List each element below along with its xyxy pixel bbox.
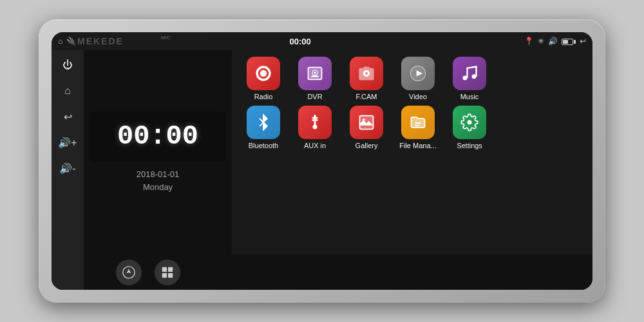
music-label: Music: [460, 93, 479, 100]
video-icon-bg: [401, 57, 435, 90]
day-text: Monday: [137, 181, 180, 194]
svg-rect-22: [162, 267, 167, 271]
app-music[interactable]: Music: [448, 57, 491, 100]
app-settings[interactable]: Settings: [448, 106, 491, 149]
app-radio[interactable]: Radio: [242, 57, 285, 100]
app-video[interactable]: Video: [396, 57, 440, 100]
gallery-icon-bg: [350, 106, 383, 139]
clock-widget: 00:00 2018-01-01 Monday: [84, 50, 232, 254]
status-left: ⌂ 🔌: [58, 37, 76, 46]
date-info: 2018-01-01 Monday: [137, 168, 180, 193]
center-content: 00:00 2018-01-01 Monday: [84, 50, 592, 290]
status-time: 00:00: [290, 37, 311, 46]
app-row-1: Radio DVR: [242, 57, 583, 100]
app-filemanager[interactable]: File Mana...: [396, 106, 440, 149]
svg-point-9: [472, 74, 477, 79]
clock-display: 00:00: [90, 111, 225, 162]
power-button[interactable]: ⏻: [58, 55, 77, 75]
svg-rect-23: [168, 267, 173, 271]
volume-icon: 🔊: [548, 37, 558, 46]
volume-up-button[interactable]: 🔊+: [58, 133, 77, 152]
bluetooth-status-icon: ✳: [538, 37, 544, 46]
app-row-2: Bluetooth AUX in: [242, 106, 583, 149]
filemanager-label: File Mana...: [399, 142, 436, 149]
aux-label: AUX in: [304, 142, 326, 149]
app-aux[interactable]: AUX in: [293, 106, 337, 149]
date-text: 2018-01-01: [137, 168, 180, 181]
svg-point-8: [463, 76, 468, 80]
settings-icon-bg: [453, 106, 486, 139]
fcam-label: F.CAM: [356, 93, 377, 100]
settings-label: Settings: [457, 142, 482, 149]
svg-point-20: [468, 120, 472, 125]
bottom-bar: [84, 254, 592, 290]
location-icon: 📍: [524, 37, 534, 46]
mic-label: MIC: [161, 35, 171, 41]
clock-time: 00:00: [103, 121, 213, 152]
device-body: MEKEDE MIC ⌂ 🔌 00:00 📍 ✳ 🔊: [39, 19, 605, 303]
home-icon: ⌂: [58, 37, 62, 46]
app-bluetooth[interactable]: Bluetooth: [242, 106, 285, 149]
usb-icon: 🔌: [66, 37, 76, 46]
back-icon[interactable]: ↩: [580, 37, 586, 46]
radio-icon-bg: [247, 57, 280, 90]
screen: MEKEDE MIC ⌂ 🔌 00:00 📍 ✳ 🔊: [52, 32, 592, 290]
dvr-icon-bg: [298, 57, 332, 90]
radio-label: Radio: [254, 93, 273, 100]
bluetooth-icon-bg: [247, 106, 280, 139]
app-grid: Radio DVR: [232, 50, 592, 254]
status-right: 📍 ✳ 🔊 ↩: [524, 37, 586, 46]
status-bar: ⌂ 🔌 00:00 📍 ✳ 🔊 ↩: [52, 32, 592, 50]
dvr-label: DVR: [307, 93, 322, 100]
sidebar: ⏻ ⌂ ↩ 🔊+ 🔊-: [52, 50, 84, 290]
navigation-button[interactable]: [116, 260, 142, 285]
watermark: MEKEDE: [77, 36, 124, 46]
home-button[interactable]: ⌂: [58, 81, 77, 100]
video-label: Video: [409, 93, 427, 100]
app-dvr[interactable]: DVR: [293, 57, 337, 100]
app-gallery[interactable]: Gallery: [345, 106, 388, 149]
music-icon-bg: [453, 57, 486, 90]
filemanager-icon-bg: [401, 106, 435, 139]
svg-rect-24: [162, 272, 167, 277]
svg-point-4: [314, 71, 316, 74]
widget-area: 00:00 2018-01-01 Monday: [84, 50, 592, 254]
volume-down-button[interactable]: 🔊-: [58, 158, 77, 178]
apps-button[interactable]: [155, 260, 180, 285]
battery-icon: [562, 37, 576, 46]
aux-icon-bg: [298, 106, 332, 139]
fcam-icon-bg: [350, 57, 383, 90]
svg-rect-25: [168, 272, 173, 277]
gallery-label: Gallery: [355, 142, 378, 149]
status-center: 00:00: [290, 37, 311, 46]
bluetooth-label: Bluetooth: [249, 142, 278, 149]
main-content: ⏻ ⌂ ↩ 🔊+ 🔊- 00:00 2018-01-01 M: [52, 50, 592, 290]
app-fcam[interactable]: F.CAM: [345, 57, 388, 100]
back-button[interactable]: ↩: [58, 107, 77, 126]
